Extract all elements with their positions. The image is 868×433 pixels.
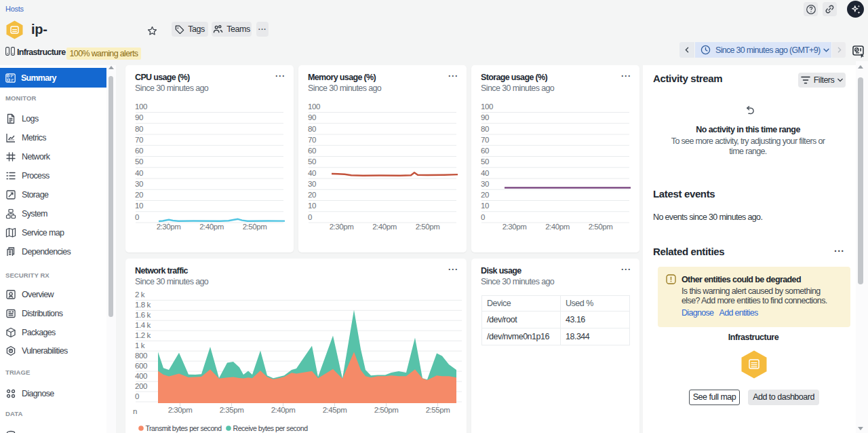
svg-text:Transmit bytes per second: Transmit bytes per second — [146, 424, 222, 432]
svg-text:40: 40 — [135, 169, 143, 177]
svg-text:80: 80 — [481, 125, 489, 133]
svg-text:60: 60 — [481, 147, 489, 155]
svg-text:200: 200 — [135, 382, 147, 390]
svg-text:2:50pm: 2:50pm — [374, 406, 399, 414]
svg-text:n: n — [133, 407, 137, 415]
svg-text:400: 400 — [135, 372, 147, 380]
svg-text:70: 70 — [135, 136, 143, 144]
svg-text:Receive bytes per second: Receive bytes per second — [233, 424, 309, 432]
svg-text:20: 20 — [481, 191, 489, 199]
svg-text:2:55pm: 2:55pm — [426, 406, 450, 414]
svg-text:0: 0 — [481, 213, 485, 221]
svg-text:1.6 k: 1.6 k — [135, 311, 151, 319]
svg-text:80: 80 — [308, 125, 316, 133]
svg-text:30: 30 — [308, 180, 316, 188]
svg-text:70: 70 — [308, 136, 316, 144]
svg-text:2:40pm: 2:40pm — [372, 223, 397, 231]
svg-text:1.4 k: 1.4 k — [135, 321, 151, 329]
svg-text:100: 100 — [481, 102, 493, 111]
svg-text:60: 60 — [308, 147, 316, 155]
svg-text:1 k: 1 k — [135, 341, 145, 350]
svg-text:80: 80 — [135, 125, 143, 133]
svg-text:90: 90 — [135, 113, 143, 121]
svg-text:90: 90 — [308, 113, 316, 121]
svg-text:2:40pm: 2:40pm — [271, 406, 296, 414]
svg-text:60: 60 — [135, 147, 143, 155]
svg-text:10: 10 — [481, 202, 489, 210]
svg-text:2:50pm: 2:50pm — [589, 223, 613, 231]
svg-text:600: 600 — [135, 362, 147, 370]
svg-text:2:30pm: 2:30pm — [502, 223, 527, 231]
svg-text:2:50pm: 2:50pm — [243, 223, 267, 231]
svg-text:30: 30 — [135, 180, 143, 188]
svg-text:30: 30 — [481, 180, 489, 188]
svg-text:1.8 k: 1.8 k — [135, 301, 151, 309]
svg-text:2:50pm: 2:50pm — [416, 223, 440, 231]
svg-text:2:35pm: 2:35pm — [220, 406, 244, 414]
svg-text:50: 50 — [481, 157, 489, 166]
svg-text:2:45pm: 2:45pm — [323, 406, 347, 414]
svg-text:0: 0 — [135, 213, 139, 221]
svg-text:70: 70 — [481, 136, 489, 144]
svg-text:10: 10 — [135, 202, 143, 210]
svg-text:2:30pm: 2:30pm — [157, 223, 181, 231]
svg-text:40: 40 — [481, 169, 489, 177]
svg-text:1.2 k: 1.2 k — [135, 331, 151, 339]
svg-text:0: 0 — [135, 392, 139, 400]
svg-text:20: 20 — [308, 191, 316, 199]
svg-text:2:40pm: 2:40pm — [545, 223, 570, 231]
svg-text:2:30pm: 2:30pm — [168, 406, 193, 414]
svg-text:2 k: 2 k — [135, 290, 145, 299]
svg-text:90: 90 — [481, 113, 489, 121]
svg-text:2:30pm: 2:30pm — [330, 223, 354, 231]
svg-text:2:40pm: 2:40pm — [199, 223, 224, 231]
svg-text:10: 10 — [308, 202, 316, 210]
svg-text:50: 50 — [135, 157, 143, 166]
svg-text:100: 100 — [308, 102, 320, 111]
svg-text:50: 50 — [308, 157, 316, 166]
svg-text:40: 40 — [308, 169, 316, 177]
svg-text:20: 20 — [135, 191, 143, 199]
svg-text:100: 100 — [135, 102, 147, 111]
svg-text:800: 800 — [135, 352, 147, 360]
svg-text:0: 0 — [308, 213, 312, 221]
